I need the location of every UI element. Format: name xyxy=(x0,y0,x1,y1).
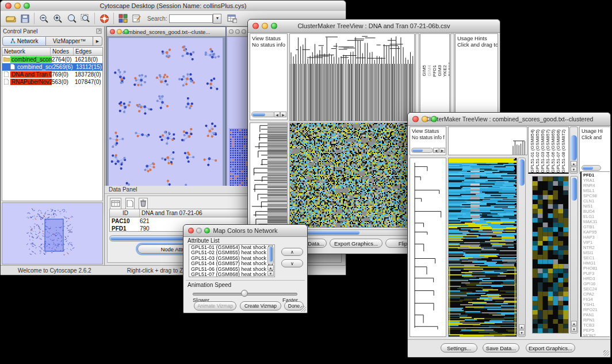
zoom-fit-icon[interactable] xyxy=(78,12,92,25)
gene-label[interactable]: PUF3 xyxy=(583,271,610,276)
h-scrollbar[interactable] xyxy=(411,148,433,153)
row-dendrogram-canvas[interactable] xyxy=(410,158,446,336)
treeview2-titlebar[interactable]: ClusterMaker TreeView : combined_scores_… xyxy=(408,113,610,126)
row-dendrogram-canvas[interactable] xyxy=(250,123,287,226)
gene-label[interactable]: MSI1 xyxy=(583,250,610,255)
zoom-heatmap-panel[interactable] xyxy=(532,176,569,334)
gene-label[interactable]: VIP1 xyxy=(583,240,610,245)
create-vizmap-button[interactable]: Create Vizmap xyxy=(240,301,281,311)
column-label[interactable]: GIM4 xyxy=(427,65,432,76)
gene-label[interactable]: NIS1 xyxy=(583,204,610,209)
network-table-header[interactable]: Network Nodes Edges xyxy=(2,48,102,56)
close-button[interactable] xyxy=(253,23,259,29)
network-overview-panel[interactable] xyxy=(2,202,103,265)
scroll-down-icon[interactable]: ▼ xyxy=(571,327,577,332)
gene-label[interactable]: SEC24 xyxy=(583,286,610,292)
gene-label[interactable]: HAP3 xyxy=(583,235,610,240)
gene-label[interactable]: PEP5 xyxy=(583,328,610,333)
zoom-button[interactable] xyxy=(24,3,30,9)
scroll-down-icon[interactable]: ▼ xyxy=(267,271,274,276)
animate-vizmap-button[interactable]: Animate Vizmap xyxy=(194,301,236,311)
zoom-in-icon[interactable] xyxy=(51,12,64,25)
attribute-browser-icon[interactable] xyxy=(225,12,239,25)
help-lifering-icon[interactable] xyxy=(97,12,111,25)
heatmap-canvas[interactable] xyxy=(290,123,414,227)
minimize-button[interactable] xyxy=(14,3,21,9)
resize-grip[interactable] xyxy=(603,350,609,356)
scroll-left-icon[interactable]: ◀ xyxy=(274,112,280,117)
network-row-rnapuber[interactable]: RNAPuberNov2+ 563(0) 107847(0) xyxy=(2,78,102,86)
network-row-dna-tran[interactable]: DNA and Tran 07 769(0) 183728(0) xyxy=(2,71,102,78)
column-label[interactable]: GIM5 xyxy=(422,65,427,76)
scroll-up-icon[interactable]: ▲ xyxy=(571,321,577,326)
column-dendrogram-panel[interactable] xyxy=(448,127,527,155)
overview-canvas[interactable] xyxy=(2,203,102,264)
network-canvas[interactable] xyxy=(109,38,223,208)
scroll-up-icon[interactable]: ▲ xyxy=(519,324,525,329)
minimize-button[interactable] xyxy=(422,116,428,122)
heatmap-v-scrollbar[interactable]: ▲ ▼ xyxy=(518,158,526,337)
save-session-icon[interactable] xyxy=(18,12,32,25)
row-dendrogram-panel[interactable] xyxy=(250,122,288,227)
network-row-combined-scores[interactable]: combined_scores 2764(0) 16218(0) xyxy=(2,56,102,63)
column-label[interactable]: GPL51-01 (GSM854) xyxy=(530,129,535,173)
gene-label[interactable]: MON2 xyxy=(583,333,610,337)
gene-label[interactable]: BUD4 xyxy=(583,209,610,214)
gene-label[interactable]: MSL1 xyxy=(583,188,610,193)
network-row-combined-sco-selected[interactable]: combined_sco 2569(6) 13112(15) xyxy=(2,63,102,71)
column-dendrogram-canvas[interactable] xyxy=(290,34,414,121)
zoom-button[interactable] xyxy=(242,29,246,34)
scroll-down-icon[interactable]: ▼ xyxy=(519,330,525,335)
save-data-button[interactable]: Save Data... xyxy=(483,343,519,352)
minimize-button[interactable] xyxy=(262,23,268,29)
column-label[interactable]: YKE2 xyxy=(442,65,447,76)
gene-label[interactable]: NTR2 xyxy=(583,245,610,250)
gene-label[interactable]: YSH1 xyxy=(583,302,610,307)
minimize-button[interactable] xyxy=(235,29,240,34)
gene-label[interactable]: CPA2 xyxy=(583,292,610,297)
gene-label[interactable]: CLN1 xyxy=(583,198,610,204)
gene-label[interactable]: KAP95 xyxy=(583,229,610,235)
heatmap-panel[interactable] xyxy=(448,158,517,337)
attribute-listbox[interactable]: GPL51-01 (GSM854) heat shock 05 minGPL51… xyxy=(189,244,275,277)
zoom-heatmap-canvas[interactable] xyxy=(533,177,568,333)
attribute-option[interactable]: GPL51-07 (GSM868) heat shock 60 min xyxy=(189,272,274,277)
minimize-button[interactable] xyxy=(117,29,122,35)
mini-scroll-strip[interactable] xyxy=(450,33,454,121)
gene-label[interactable]: PFD1 xyxy=(583,173,610,178)
column-label[interactable]: GPL51-04 (GSM857) xyxy=(545,129,550,173)
scroll-down-icon[interactable]: ▼ xyxy=(571,167,577,172)
annotation-icon[interactable] xyxy=(130,12,144,25)
vizmapper-icon[interactable] xyxy=(116,12,130,25)
scroll-left-icon[interactable]: ◀ xyxy=(433,148,439,153)
gene-label[interactable]: ELG1 xyxy=(583,214,610,219)
scroll-right-icon[interactable]: ▶ xyxy=(439,148,445,153)
column-label[interactable]: PAC10 xyxy=(447,62,450,76)
close-button[interactable] xyxy=(5,3,12,9)
gene-label[interactable]: PHO81 xyxy=(583,266,610,271)
tab-overflow-button[interactable]: ▶ xyxy=(93,36,102,46)
move-up-button[interactable]: ∧ xyxy=(281,248,303,256)
zoom-button[interactable] xyxy=(124,29,129,35)
animation-speed-slider[interactable] xyxy=(193,289,296,297)
export-graphics-button[interactable]: Export Graphics... xyxy=(330,239,382,248)
column-label[interactable]: GPL51-02 (GSM855) xyxy=(535,129,540,173)
scroll-right-icon[interactable]: ▶ xyxy=(280,112,286,117)
float-panel-icon[interactable] xyxy=(96,26,102,36)
slider-thumb[interactable] xyxy=(241,290,248,297)
gene-label[interactable]: FIG4 xyxy=(583,297,610,302)
column-label[interactable]: PFD1 xyxy=(432,65,437,76)
close-button[interactable] xyxy=(229,29,234,34)
gene-label[interactable]: RPO21 xyxy=(583,307,610,312)
column-dendrogram-canvas[interactable] xyxy=(449,127,527,155)
column-dendrogram-panel[interactable] xyxy=(289,33,415,121)
gene-label[interactable]: SEC1 xyxy=(583,255,610,260)
gene-label[interactable]: PAN1 xyxy=(583,312,610,317)
settings-button[interactable]: Settings... xyxy=(441,343,477,352)
gene-label[interactable]: SPC98 xyxy=(583,193,610,198)
zoom-button[interactable] xyxy=(431,116,437,122)
treeview1-titlebar[interactable]: ClusterMaker TreeView : DNA and Tran 07-… xyxy=(248,20,500,33)
h-scrollbar[interactable] xyxy=(251,112,276,117)
column-label[interactable]: GPL51-06 (GSM865) xyxy=(550,129,556,173)
gene-label[interactable]: RNR4 xyxy=(583,183,610,188)
